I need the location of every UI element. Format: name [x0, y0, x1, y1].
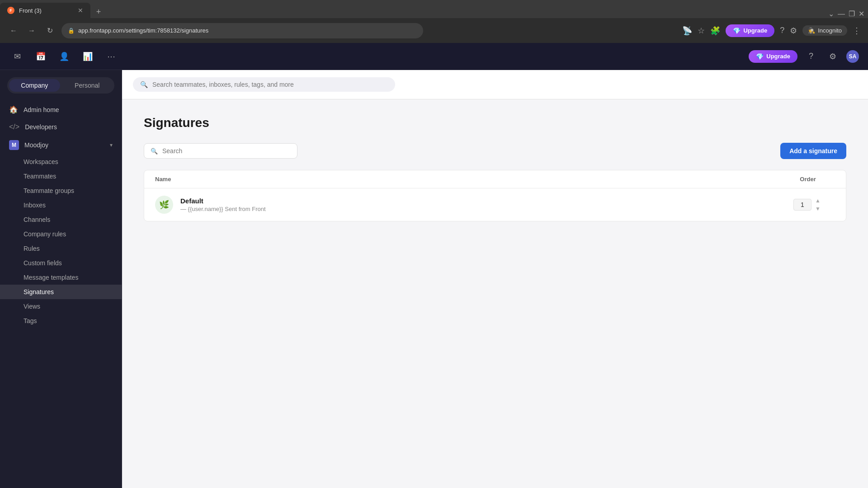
signature-search-box[interactable]: 🔍: [144, 143, 297, 159]
forward-button[interactable]: →: [25, 24, 38, 37]
moodjoy-icon: M: [9, 140, 19, 150]
back-button[interactable]: ←: [7, 24, 20, 37]
sidebar-item-workspaces[interactable]: Workspaces: [0, 155, 122, 169]
signature-name: Default: [180, 197, 781, 205]
sidebar-item-company-rules[interactable]: Company rules: [0, 227, 122, 241]
col-order-header: Order: [781, 176, 835, 183]
sidebar-item-tags[interactable]: Tags: [0, 314, 122, 328]
company-tab[interactable]: Company: [9, 79, 60, 92]
address-bar[interactable]: 🔒 app.frontapp.com/settings/tim:7858132/…: [61, 23, 423, 38]
code-icon: </>: [9, 123, 19, 131]
sidebar-subitems: WorkspacesTeammatesTeammate groupsInboxe…: [0, 155, 122, 328]
user-avatar[interactable]: SA: [846, 50, 859, 63]
sidebar-item-teammates[interactable]: Teammates: [0, 169, 122, 183]
topnav-upgrade-button[interactable]: 💎 Upgrade: [749, 50, 797, 63]
sidebar-item-developers[interactable]: </> Developers: [0, 118, 122, 136]
global-search-box[interactable]: 🔍: [133, 77, 395, 92]
signatures-table: Name Order 🌿 Default — {{user.name}} Sen…: [144, 170, 846, 221]
company-personal-toggle: Company Personal: [7, 77, 114, 94]
tab-list-button[interactable]: ⌄: [828, 9, 834, 18]
order-arrows: ▲ ▼: [813, 197, 822, 212]
table-header: Name Order: [144, 170, 846, 188]
col-name-header: Name: [155, 176, 781, 183]
global-search-input[interactable]: [152, 81, 388, 88]
sidebar-item-custom-fields[interactable]: Custom fields: [0, 256, 122, 270]
signatures-toolbar: 🔍 Add a signature: [144, 143, 846, 159]
browser-tab[interactable]: F Front (3) ✕: [0, 3, 90, 18]
order-up-button[interactable]: ▲: [813, 197, 822, 204]
page-title: Signatures: [144, 116, 846, 130]
inbox-icon[interactable]: ✉: [9, 48, 25, 65]
signature-avatar: 🌿: [155, 196, 173, 214]
order-control: 1 ▲ ▼: [781, 197, 835, 212]
chevron-down-icon: ▾: [110, 142, 113, 148]
upgrade-button[interactable]: 💎 Upgrade: [726, 24, 774, 37]
sidebar-item-teammate-groups[interactable]: Teammate groups: [0, 183, 122, 198]
personal-tab[interactable]: Personal: [62, 79, 113, 92]
address-text: app.frontapp.com/settings/tim:7858132/si…: [78, 27, 208, 34]
extension-button[interactable]: 🧩: [710, 26, 720, 36]
global-search-icon: 🔍: [140, 81, 148, 88]
table-row: 🌿 Default — {{user.name}} Sent from Fron…: [144, 188, 846, 221]
add-signature-button[interactable]: Add a signature: [780, 143, 846, 159]
minimize-button[interactable]: —: [838, 10, 845, 18]
reload-button[interactable]: ↻: [43, 24, 56, 37]
analytics-icon[interactable]: 📊: [80, 48, 96, 65]
tab-title: Front (3): [19, 7, 73, 14]
incognito-icon: 🕵: [808, 27, 815, 34]
more-options-button[interactable]: ⋮: [853, 26, 861, 36]
sidebar: Company Personal 🏠 Admin home </> Develo…: [0, 70, 122, 488]
more-apps-icon[interactable]: ⋯: [103, 48, 119, 65]
browser-close-button[interactable]: ✕: [859, 9, 864, 18]
help-button[interactable]: ?: [780, 26, 784, 35]
cast-button[interactable]: 📡: [682, 26, 692, 36]
signature-rows: 🌿 Default — {{user.name}} Sent from Fron…: [144, 188, 846, 221]
tab-close-button[interactable]: ✕: [78, 7, 83, 14]
lock-icon: 🔒: [68, 28, 75, 34]
sig-search-icon: 🔍: [151, 148, 158, 155]
gem-icon: 💎: [733, 27, 741, 34]
sidebar-item-signatures[interactable]: Signatures: [0, 285, 122, 299]
app-topnav: ✉ 📅 👤 📊 ⋯ 💎 Upgrade ? ⚙ SA: [0, 43, 868, 70]
order-value: 1: [793, 199, 811, 211]
sidebar-group-moodjoy[interactable]: M Moodjoy ▾: [0, 136, 122, 155]
sidebar-item-inboxes[interactable]: Inboxes: [0, 198, 122, 212]
sidebar-item-message-templates[interactable]: Message templates: [0, 270, 122, 285]
sidebar-item-admin-home[interactable]: 🏠 Admin home: [0, 101, 122, 118]
new-tab-button[interactable]: +: [92, 5, 105, 18]
restore-button[interactable]: ❐: [849, 9, 855, 18]
incognito-badge: 🕵 Incognito: [802, 25, 847, 36]
topnav-settings-button[interactable]: ⚙: [825, 48, 841, 65]
settings-gear-button[interactable]: ⚙: [790, 26, 797, 36]
signature-search-input[interactable]: [162, 147, 291, 155]
bookmark-button[interactable]: ☆: [698, 26, 705, 36]
page-content: Signatures 🔍 Add a signature Name Order …: [122, 99, 868, 488]
topnav-gem-icon: 💎: [756, 53, 764, 60]
content-search-bar: 🔍: [122, 70, 868, 99]
sidebar-item-rules[interactable]: Rules: [0, 241, 122, 256]
signature-preview: — {{user.name}} Sent from Front: [180, 206, 781, 212]
sidebar-item-views[interactable]: Views: [0, 299, 122, 314]
calendar-icon[interactable]: 📅: [33, 48, 49, 65]
home-icon: 🏠: [9, 105, 18, 114]
content-area: 🔍 Signatures 🔍 Add a signature Name: [122, 70, 868, 488]
order-down-button[interactable]: ▼: [813, 205, 822, 212]
topnav-help-button[interactable]: ?: [803, 48, 819, 65]
tab-favicon: F: [7, 7, 14, 14]
contacts-icon[interactable]: 👤: [56, 48, 72, 65]
sidebar-item-channels[interactable]: Channels: [0, 212, 122, 227]
